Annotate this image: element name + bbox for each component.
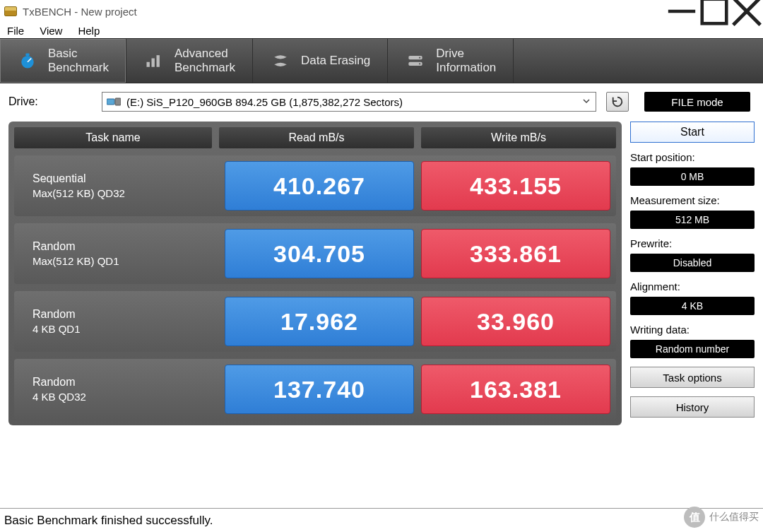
status-text: Basic Benchmark finished successfully.	[4, 514, 213, 528]
task-name: Sequential Max(512 KB) QD32	[20, 161, 218, 211]
writing-data-value[interactable]: Random number	[630, 340, 755, 358]
start-button[interactable]: Start	[630, 122, 755, 143]
alignment-value[interactable]: 4 KB	[630, 297, 755, 315]
drive-icon	[405, 50, 426, 71]
drive-value: (E:) SiS_P120_960GB 894.25 GB (1,875,382…	[126, 96, 403, 108]
refresh-icon	[611, 95, 624, 108]
read-value: 304.705	[225, 229, 414, 278]
svg-rect-14	[107, 99, 114, 105]
content: Task name Read mB/s Write mB/s Sequentia…	[0, 116, 763, 425]
watermark-badge: 值	[684, 507, 705, 528]
write-value: 33.960	[421, 297, 610, 346]
read-value: 137.740	[225, 365, 414, 414]
watermark: 值 什么值得买	[684, 507, 759, 528]
tab-data-erasing[interactable]: Data Erasing	[253, 39, 388, 83]
prewrite-label: Prewrite:	[630, 237, 755, 249]
svg-rect-5	[25, 54, 29, 57]
tab-label: Drive Information	[436, 47, 496, 74]
result-row-random-4k-qd32: Random 4 KB QD32 137.740 163.381	[14, 359, 616, 420]
drive-label: Drive:	[7, 95, 92, 108]
read-value: 410.267	[225, 161, 414, 211]
write-value: 333.861	[421, 229, 610, 278]
maximize-button[interactable]	[698, 1, 731, 22]
write-value: 433.155	[421, 161, 610, 211]
result-row-random-512k-qd1: Random Max(512 KB) QD1 304.705 333.861	[14, 223, 616, 284]
svg-rect-7	[146, 62, 149, 67]
menu-file[interactable]: File	[7, 25, 24, 37]
header-read: Read mB/s	[219, 127, 414, 148]
svg-rect-8	[151, 59, 154, 67]
tab-advanced-benchmark[interactable]: Advanced Benchmark	[126, 39, 253, 83]
history-button[interactable]: History	[630, 396, 755, 418]
file-mode-label: FILE mode	[671, 96, 723, 108]
main-tabs: Basic Benchmark Advanced Benchmark Data …	[0, 38, 763, 83]
start-position-value[interactable]: 0 MB	[630, 167, 755, 186]
result-row-sequential-qd32: Sequential Max(512 KB) QD32 410.267 433.…	[14, 155, 616, 216]
results-panel: Task name Read mB/s Write mB/s Sequentia…	[8, 122, 622, 425]
watermark-text: 什么值得买	[709, 511, 759, 524]
alignment-label: Alignment:	[630, 280, 755, 292]
svg-rect-9	[156, 55, 159, 67]
header-write: Write mB/s	[421, 127, 616, 148]
close-icon	[731, 0, 763, 28]
file-mode-button[interactable]: FILE mode	[644, 92, 750, 112]
minimize-icon	[666, 0, 698, 28]
measurement-size-value[interactable]: 512 MB	[630, 211, 755, 229]
prewrite-value[interactable]: Disabled	[630, 254, 755, 272]
maximize-icon	[698, 0, 731, 28]
tab-label: Data Erasing	[301, 54, 370, 68]
erase-icon	[270, 50, 291, 71]
start-position-label: Start position:	[630, 151, 755, 163]
window-title: TxBENCH - New project	[23, 6, 137, 18]
tab-basic-benchmark[interactable]: Basic Benchmark	[0, 39, 126, 83]
svg-rect-15	[115, 98, 121, 105]
tab-label: Advanced Benchmark	[175, 47, 235, 74]
drive-select[interactable]: (E:) SiS_P120_960GB 894.25 GB (1,875,382…	[102, 92, 596, 112]
menu-view[interactable]: View	[40, 25, 62, 37]
result-row-random-4k-qd1: Random 4 KB QD1 17.962 33.960	[14, 291, 616, 352]
close-button[interactable]	[731, 1, 763, 22]
svg-rect-1	[702, 0, 727, 23]
stopwatch-icon	[17, 50, 38, 71]
measurement-size-label: Measurement size:	[630, 194, 755, 206]
refresh-button[interactable]	[606, 92, 629, 112]
tab-drive-information[interactable]: Drive Information	[388, 39, 514, 83]
minimize-button[interactable]	[666, 1, 698, 22]
task-name: Random Max(512 KB) QD1	[20, 229, 218, 278]
task-name: Random 4 KB QD32	[20, 365, 218, 414]
menu-help[interactable]: Help	[78, 25, 100, 37]
task-options-button[interactable]: Task options	[630, 367, 755, 388]
drive-row: Drive: (E:) SiS_P120_960GB 894.25 GB (1,…	[0, 83, 763, 116]
svg-point-13	[419, 63, 420, 64]
header-task: Task name	[14, 127, 212, 148]
status-bar: Basic Benchmark finished successfully.	[0, 508, 763, 532]
hdd-icon	[107, 97, 121, 107]
app-icon	[4, 6, 17, 16]
read-value: 17.962	[225, 297, 414, 346]
bars-icon	[143, 50, 165, 71]
svg-point-12	[419, 57, 420, 58]
menubar: File View Help	[0, 23, 763, 38]
side-panel: Start Start position: 0 MB Measurement s…	[630, 122, 755, 425]
task-name: Random 4 KB QD1	[20, 297, 218, 346]
write-value: 163.381	[421, 365, 610, 414]
titlebar: TxBENCH - New project	[0, 0, 763, 23]
results-header: Task name Read mB/s Write mB/s	[14, 127, 616, 148]
writing-data-label: Writing data:	[630, 324, 755, 336]
chevron-down-icon	[581, 96, 591, 108]
tab-label: Basic Benchmark	[48, 47, 109, 74]
